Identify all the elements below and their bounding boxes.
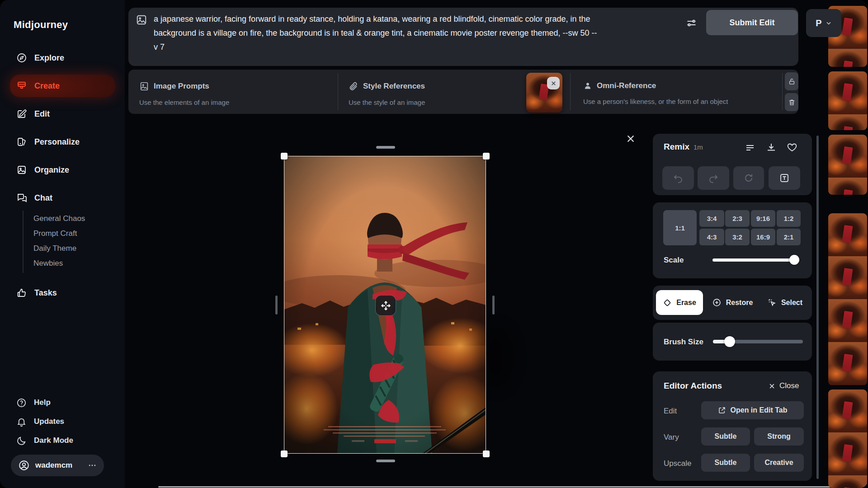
lock-button[interactable] [785, 72, 798, 90]
style-references-section[interactable]: Style References Use the style of an ima… [349, 81, 425, 106]
sidebar-item-organize[interactable]: Organize [10, 160, 115, 180]
sidebar-item-label: Organize [34, 165, 69, 175]
undo-button[interactable] [662, 166, 694, 190]
sidebar-item-tasks[interactable]: Tasks [10, 283, 115, 303]
prompt-settings-icon[interactable] [685, 17, 698, 29]
warrior-thumb [828, 432, 867, 475]
eraser-icon [663, 298, 672, 307]
undo-icon [673, 173, 684, 183]
window-bottom-edge [158, 486, 857, 488]
ratio-1-2[interactable]: 1:2 [777, 210, 801, 227]
profile-button[interactable]: P [806, 9, 841, 37]
close-editor-icon[interactable] [626, 134, 636, 144]
download-icon[interactable] [766, 142, 777, 153]
ratio-4-3[interactable]: 4:3 [699, 229, 724, 245]
sidebar-item-dark-mode[interactable]: Dark Mode [10, 433, 109, 448]
reset-button[interactable] [733, 166, 764, 190]
sidebar-item-chat[interactable]: Chat [10, 188, 115, 208]
cards-icon [16, 136, 27, 147]
warrior-thumb [828, 178, 867, 195]
ratio-3-4[interactable]: 3:4 [699, 210, 724, 227]
vary-strong-button[interactable]: Strong [754, 427, 804, 446]
scale-slider[interactable] [712, 258, 799, 262]
crop-handle-bottom[interactable] [376, 460, 395, 462]
scale-slider-handle[interactable] [789, 255, 799, 265]
cursor-click-icon [767, 298, 777, 307]
crop-handle-top[interactable] [376, 146, 395, 149]
redo-button[interactable] [698, 166, 729, 190]
sidebar-item-general-chaos[interactable]: General Chaos [33, 214, 85, 223]
upscale-subtle-button[interactable]: Subtle [701, 454, 750, 472]
pencil-square-icon [16, 108, 27, 119]
erase-tool-button[interactable]: Erase [656, 290, 703, 315]
crop-handle-left[interactable] [275, 296, 278, 314]
move-image-handle[interactable] [375, 295, 396, 316]
mask-tools-panel: Erase Restore Select [653, 286, 812, 320]
thumbs-up-icon [16, 287, 27, 298]
history-thumbnail[interactable] [828, 213, 867, 385]
close-icon [551, 80, 557, 86]
crop-handle-right[interactable] [492, 296, 495, 314]
omni-reference-title: Omni-Reference [597, 81, 656, 90]
crop-handle-top-right[interactable] [483, 153, 490, 160]
sidebar-item-prompt-craft[interactable]: Prompt Craft [33, 229, 77, 238]
menu-lines-icon[interactable] [745, 142, 755, 153]
restore-tool-button[interactable]: Restore [709, 290, 756, 315]
history-thumbnail[interactable] [828, 389, 867, 488]
sidebar-item-edit[interactable]: Edit [10, 104, 115, 124]
ratio-1-1[interactable]: 1:1 [663, 210, 697, 245]
sidebar-item-create[interactable]: Create [10, 75, 115, 97]
brush-size-label: Brush Size [664, 338, 703, 347]
close-actions-button[interactable]: Close [769, 381, 799, 390]
text-tool-button[interactable] [769, 166, 800, 190]
open-in-edit-tab-button[interactable]: Open in Edit Tab [701, 401, 804, 419]
upscale-creative-button[interactable]: Creative [754, 454, 804, 472]
crop-handle-bottom-right[interactable] [483, 450, 490, 457]
upscale-row-label: Upscale [664, 459, 691, 468]
panel-scrollbar[interactable] [816, 136, 819, 479]
sidebar-item-newbies[interactable]: Newbies [33, 259, 63, 268]
sidebar-item-daily-theme[interactable]: Daily Theme [33, 244, 76, 253]
omni-reference-section[interactable]: Omni-Reference Use a person's likeness, … [583, 81, 728, 105]
delete-button[interactable] [785, 93, 798, 111]
prompt-input[interactable]: a japanese warrior, facing forward in re… [154, 12, 680, 54]
edit-row-label: Edit [664, 407, 677, 416]
open-in-edit-tab-label: Open in Edit Tab [731, 406, 788, 414]
sidebar-item-updates[interactable]: Updates [10, 414, 109, 429]
ratio-2-1[interactable]: 2:1 [777, 229, 801, 245]
user-menu[interactable]: wademcm [11, 455, 104, 476]
trash-icon [788, 99, 796, 106]
brush-size-handle[interactable] [724, 336, 735, 347]
external-link-icon [718, 406, 726, 414]
submit-edit-button[interactable]: Submit Edit [706, 10, 798, 35]
redo-icon [708, 173, 719, 183]
question-circle-icon [16, 398, 27, 408]
select-tool-button[interactable]: Select [760, 290, 809, 315]
ratio-2-3[interactable]: 2:3 [725, 210, 750, 227]
move-arrows-icon [380, 300, 392, 312]
history-thumbnail[interactable] [828, 71, 867, 130]
heart-icon[interactable] [787, 142, 797, 153]
history-thumbnail[interactable] [828, 135, 867, 195]
vary-subtle-button[interactable]: Subtle [701, 427, 750, 446]
image-prompts-section[interactable]: Image Prompts Use the elements of an ima… [139, 81, 229, 106]
text-tool-icon [779, 173, 790, 183]
style-references-title: Style References [363, 82, 425, 91]
paint-icon [16, 80, 27, 91]
scale-label: Scale [664, 256, 684, 265]
remix-time: 1m [693, 143, 703, 151]
sidebar-item-help[interactable]: Help [10, 395, 109, 410]
omni-reference-subtitle: Use a person's likeness, or the form of … [583, 98, 728, 105]
prompt-line: v 7 [154, 40, 680, 54]
username: wademcm [35, 461, 82, 470]
warrior-thumb [828, 389, 867, 432]
crop-handle-top-left[interactable] [281, 153, 288, 160]
sidebar-item-personalize[interactable]: Personalize [10, 132, 115, 152]
remove-reference-button[interactable] [547, 77, 560, 89]
ellipsis-icon[interactable] [88, 461, 97, 470]
ratio-16-9[interactable]: 16:9 [751, 229, 775, 245]
sidebar-item-explore[interactable]: Explore [10, 48, 115, 68]
ratio-3-2[interactable]: 3:2 [725, 229, 750, 245]
ratio-9-16[interactable]: 9:16 [751, 210, 775, 227]
crop-handle-bottom-left[interactable] [281, 450, 288, 457]
